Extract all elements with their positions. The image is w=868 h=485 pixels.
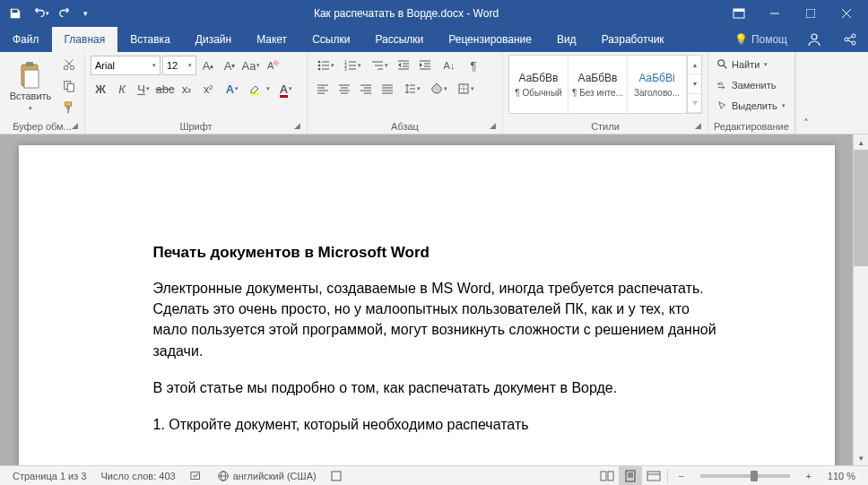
maximize-button[interactable] [793, 0, 829, 27]
font-color-button[interactable]: A▾ [273, 79, 299, 99]
tab-review[interactable]: Рецензирование [436, 27, 544, 52]
shrink-font-button[interactable]: A▾ [220, 56, 239, 75]
group-label-paragraph: Абзац [313, 119, 497, 132]
share-button[interactable] [832, 32, 868, 47]
scroll-up-button[interactable]: ▴ [854, 134, 868, 150]
status-bar: Страница 1 из 3 Число слов: 403 английск… [0, 465, 868, 485]
qat-customize-button[interactable]: ▾ [79, 2, 91, 25]
font-name-combo[interactable]: Arial▾ [91, 56, 161, 75]
scroll-down-button[interactable]: ▾ [854, 450, 868, 465]
font-size-combo[interactable]: 12▾ [162, 56, 196, 75]
svg-line-73 [724, 65, 726, 68]
minimize-button[interactable] [757, 0, 793, 27]
styles-launcher[interactable]: ◢ [691, 119, 704, 132]
status-page[interactable]: Страница 1 из 3 [5, 466, 93, 485]
collapse-ribbon-button[interactable]: ˄ [795, 52, 817, 134]
ribbon-tabs: Файл Главная Вставка Дизайн Макет Ссылки… [0, 27, 868, 52]
vertical-scrollbar[interactable]: ▴ ▾ [853, 134, 868, 465]
scroll-thumb[interactable] [854, 150, 868, 266]
borders-button[interactable]: ▾ [453, 79, 478, 99]
cut-button[interactable] [59, 55, 79, 74]
tab-references[interactable]: Ссылки [299, 27, 362, 52]
format-painter-button[interactable] [59, 98, 79, 117]
paste-button[interactable]: Вставить▾ [5, 55, 56, 119]
zoom-in-button[interactable]: + [797, 466, 820, 486]
svg-point-27 [317, 61, 320, 64]
zoom-slider-thumb[interactable] [751, 471, 758, 481]
shading-button[interactable]: ▾ [426, 79, 451, 99]
tab-layout[interactable]: Макет [244, 27, 299, 52]
svg-text:ab: ab [717, 81, 724, 86]
bold-button[interactable]: Ж [91, 79, 110, 99]
svg-rect-14 [24, 70, 39, 88]
tab-home[interactable]: Главная [52, 27, 118, 52]
highlight-button[interactable]: ▾ [247, 79, 272, 99]
ribbon-display-options-button[interactable] [721, 0, 757, 27]
replace-icon: ab [717, 80, 728, 91]
style-no-spacing[interactable]: АаБбВв ¶ Без инте... [569, 56, 628, 113]
multilevel-list-button[interactable]: ▾ [367, 56, 392, 75]
page[interactable]: Печать документов в Microsoft Word Элект… [19, 145, 835, 465]
redo-button[interactable] [54, 2, 77, 25]
zoom-out-button[interactable]: − [670, 466, 693, 486]
clipboard-launcher[interactable]: ◢ [68, 119, 81, 132]
italic-button[interactable]: К [112, 79, 132, 99]
view-print-layout[interactable] [619, 466, 642, 486]
svg-rect-82 [626, 471, 635, 481]
copy-button[interactable] [59, 76, 79, 96]
tab-file[interactable]: Файл [0, 27, 52, 52]
account-button[interactable] [796, 32, 832, 47]
paragraph-launcher[interactable]: ◢ [486, 119, 499, 132]
styles-scroll-up[interactable]: ▴ [688, 56, 701, 74]
numbering-button[interactable]: 123▾ [340, 56, 365, 75]
underline-button[interactable]: Ч▾ [134, 79, 153, 99]
replace-button[interactable]: ab Заменить [714, 75, 789, 95]
status-spell-check[interactable] [183, 466, 210, 485]
styles-scroll-down[interactable]: ▾ [688, 74, 701, 93]
sort-button[interactable]: А↓ [437, 56, 462, 75]
text-effects-button[interactable]: A▾ [220, 79, 245, 99]
change-case-button[interactable]: Aa▾ [241, 56, 261, 75]
align-center-button[interactable] [334, 79, 354, 99]
status-macro[interactable] [324, 466, 349, 485]
styles-expand[interactable]: ▿ [688, 94, 701, 113]
tab-design[interactable]: Дизайн [183, 27, 244, 52]
grow-font-button[interactable]: A▴ [198, 56, 218, 75]
show-hide-button[interactable]: ¶ [464, 56, 483, 75]
view-read-mode[interactable] [595, 466, 619, 486]
tab-developer[interactable]: Разработчик [589, 27, 677, 52]
clear-formatting-button[interactable]: A [263, 56, 282, 75]
tab-mailings[interactable]: Рассылки [362, 27, 436, 52]
undo-button[interactable]: ▾ [29, 2, 52, 25]
tab-insert[interactable]: Вставка [117, 27, 183, 52]
save-button[interactable] [4, 2, 27, 25]
bullets-button[interactable]: ▾ [313, 56, 338, 75]
find-button[interactable]: Найти ▾ [714, 55, 789, 74]
strikethrough-button[interactable]: abc [155, 79, 175, 99]
align-right-button[interactable] [356, 79, 376, 99]
style-normal[interactable]: АаБбВв ¶ Обычный [509, 56, 569, 113]
status-language[interactable]: английский (США) [210, 466, 324, 485]
decrease-indent-button[interactable] [394, 56, 413, 75]
tab-view[interactable]: Вид [544, 27, 589, 52]
zoom-slider[interactable] [700, 474, 790, 478]
svg-rect-79 [332, 472, 341, 481]
status-word-count[interactable]: Число слов: 403 [93, 466, 182, 485]
view-web-layout[interactable] [642, 466, 665, 486]
align-left-button[interactable] [313, 79, 333, 99]
select-button[interactable]: Выделить ▾ [714, 96, 789, 116]
close-button[interactable] [829, 0, 864, 27]
increase-indent-button[interactable] [415, 56, 435, 75]
tell-me-search[interactable]: 💡 Помощ [725, 33, 796, 46]
font-launcher[interactable]: ◢ [291, 119, 303, 132]
document-viewport[interactable]: Печать документов в Microsoft Word Элект… [0, 134, 853, 465]
subscript-button[interactable]: x₂ [177, 79, 196, 99]
superscript-button[interactable]: x² [198, 79, 218, 99]
group-label-styles: Стили [508, 119, 702, 132]
style-heading1[interactable]: АаБбВі Заголово... [628, 56, 687, 113]
group-label-font: Шрифт [91, 119, 301, 132]
line-spacing-button[interactable]: ▾ [399, 79, 424, 99]
justify-button[interactable] [378, 79, 397, 99]
group-font: Arial▾ 12▾ A▴ A▾ Aa▾ A Ж К Ч▾ abc [85, 52, 308, 134]
zoom-level[interactable]: 110 % [820, 471, 863, 481]
